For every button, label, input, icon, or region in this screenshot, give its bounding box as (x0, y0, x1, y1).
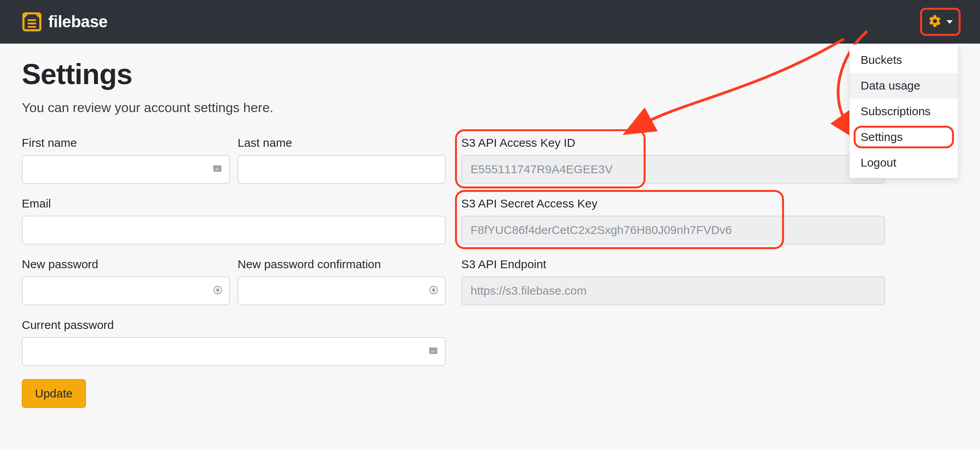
first-name-label: First name (22, 136, 230, 149)
first-name-input[interactable] (22, 155, 230, 184)
dropdown-item-label: Subscriptions (861, 105, 931, 118)
dropdown-item-data-usage[interactable]: Data usage (850, 73, 958, 98)
password-manager-icon (429, 285, 439, 297)
new-password-label: New password (22, 258, 230, 271)
endpoint-label: S3 API Endpoint (461, 258, 885, 271)
dropdown-item-logout[interactable]: Logout (850, 150, 958, 176)
dropdown-item-label: Logout (861, 156, 896, 169)
secret-key-label: S3 API Secret Access Key (461, 197, 885, 210)
page-title: Settings (22, 58, 958, 91)
account-form: First name 9+ Last name Email (22, 136, 446, 408)
svg-text:9+: 9+ (431, 350, 436, 353)
settings-menu-toggle[interactable] (922, 10, 958, 33)
brand[interactable]: filebase (22, 12, 107, 32)
last-name-label: Last name (238, 136, 446, 149)
svg-point-9 (432, 289, 435, 292)
email-input[interactable] (22, 216, 446, 244)
access-key-field[interactable] (461, 155, 885, 184)
brand-name: filebase (48, 12, 107, 31)
svg-text:9+: 9+ (215, 167, 220, 171)
page-body: Settings You can review your account set… (0, 44, 980, 422)
top-navbar: filebase (0, 0, 980, 44)
dropdown-item-subscriptions[interactable]: Subscriptions (850, 98, 958, 124)
current-password-input[interactable] (22, 337, 446, 366)
email-label: Email (22, 197, 446, 210)
settings-dropdown-menu: Buckets Data usage Subscriptions Setting… (849, 44, 958, 178)
endpoint-group: S3 API Endpoint (461, 258, 885, 305)
dropdown-item-settings[interactable]: Settings (850, 124, 958, 150)
current-password-label: Current password (22, 318, 446, 332)
endpoint-field[interactable] (461, 276, 885, 305)
dropdown-item-label: Buckets (861, 53, 902, 66)
svg-point-7 (217, 289, 219, 292)
filebase-logo-icon (22, 12, 42, 32)
autofill-icon: 9+ (212, 163, 223, 176)
update-button[interactable]: Update (22, 379, 86, 408)
gear-icon (928, 14, 942, 30)
new-password-confirm-label: New password confirmation (238, 258, 446, 271)
caret-down-icon (947, 20, 953, 24)
new-password-input[interactable] (22, 276, 230, 305)
new-password-confirm-input[interactable] (238, 276, 446, 305)
access-key-group: S3 API Access Key ID (461, 136, 885, 184)
dropdown-item-label: Data usage (861, 79, 920, 92)
autofill-icon: 9+ (428, 345, 439, 358)
secret-key-group: S3 API Secret Access Key (461, 197, 885, 244)
dropdown-item-buckets[interactable]: Buckets (850, 47, 958, 73)
page-subtitle: You can review your account settings her… (22, 100, 958, 115)
access-key-label: S3 API Access Key ID (461, 136, 885, 149)
password-manager-icon (213, 285, 223, 297)
last-name-input[interactable] (238, 155, 446, 184)
secret-key-field[interactable] (461, 216, 885, 244)
api-info: S3 API Access Key ID S3 API Secret Acces… (461, 136, 885, 318)
dropdown-item-label: Settings (861, 130, 903, 143)
